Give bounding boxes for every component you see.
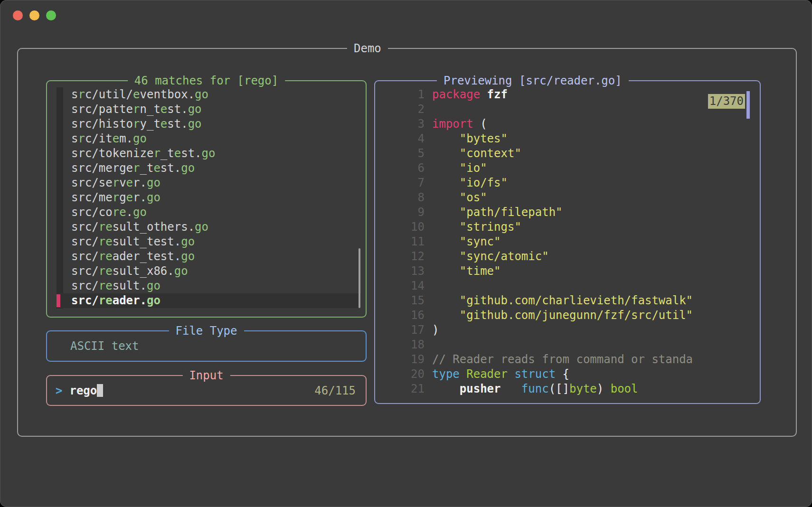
match-highlight: go — [202, 147, 216, 160]
file-name-text: _t — [161, 147, 174, 160]
line-number: 16 — [375, 308, 425, 323]
match-highlight: go — [133, 132, 147, 145]
line-number: 1 — [375, 87, 425, 102]
file-list-item[interactable]: src/merger.go — [57, 190, 361, 205]
code-line: 6 "io" — [375, 161, 760, 176]
file-name-text: st. — [161, 161, 181, 175]
match-highlight: re — [113, 206, 126, 219]
code-text: "io/fs" — [432, 176, 508, 190]
preview-code: 1package fzf23import (4 "bytes"5 "contex… — [375, 87, 760, 396]
file-name-text: sult_test. — [113, 235, 181, 248]
file-list-item[interactable]: src/result_others.go — [57, 220, 361, 235]
maximize-button[interactable] — [46, 10, 56, 20]
match-highlight: go — [195, 220, 208, 234]
file-name-text: ader. — [113, 294, 147, 307]
match-highlight: e — [161, 117, 167, 131]
file-name-text: . — [126, 206, 133, 219]
match-highlight: e — [126, 176, 133, 189]
file-name-text: src/histo — [71, 117, 133, 131]
match-highlight: go — [133, 206, 147, 219]
file-name-text: m. — [119, 132, 133, 145]
match-highlight: r — [113, 176, 119, 189]
code-line: 11 "sync" — [375, 235, 760, 249]
file-name-text: src/se — [71, 176, 113, 189]
line-number: 10 — [375, 220, 425, 235]
match-highlight: go — [174, 264, 188, 278]
line-number: 13 — [375, 264, 425, 279]
code-text: type Reader struct { — [432, 367, 569, 382]
list-scrollbar-thumb[interactable] — [359, 248, 360, 308]
code-text: import ( — [432, 117, 487, 131]
code-text: "os" — [432, 190, 487, 205]
file-list-item[interactable]: src/pattern_test.go — [57, 102, 361, 117]
file-list-item-selected[interactable]: src/reader.go — [57, 293, 361, 308]
file-list-item[interactable]: src/item.go — [57, 131, 361, 146]
match-highlight: e — [153, 161, 160, 175]
line-number: 8 — [375, 190, 425, 205]
file-list-item[interactable]: src/core.go — [57, 205, 361, 220]
file-name-text: sult_others. — [113, 220, 195, 234]
file-name-text: ader_test. — [113, 250, 181, 263]
file-list-item[interactable]: src/server.go — [57, 176, 361, 190]
file-name-text: src/ — [71, 220, 99, 234]
code-text: ) — [432, 323, 439, 338]
terminal-window: Demo 46 matches for [rego] src/util/even… — [0, 0, 812, 507]
file-name-text: n_t — [140, 103, 161, 116]
search-input[interactable]: > rego 46/115 — [47, 376, 366, 405]
code-text: package fzf — [432, 87, 508, 102]
code-line: 16 "github.com/junegunn/fzf/src/util" — [375, 308, 760, 323]
match-highlight: re — [99, 264, 113, 278]
match-highlight: go — [147, 176, 161, 189]
file-list-item[interactable]: src/history_test.go — [57, 117, 361, 131]
file-name-text: sult. — [113, 279, 147, 292]
close-button[interactable] — [13, 10, 23, 20]
preview-scrollbar-thumb[interactable] — [746, 91, 750, 119]
line-number: 2 — [375, 102, 425, 117]
file-name-text: src/ — [71, 264, 99, 278]
preview-panel: Previewing [src/reader.go] 1package fzf2… — [374, 80, 761, 404]
line-number: 18 — [375, 338, 425, 352]
match-highlight: r — [133, 117, 140, 131]
file-list-item[interactable]: src/result_x86.go — [57, 264, 361, 279]
code-text: "bytes" — [432, 131, 508, 146]
file-list-item[interactable]: src/result.go — [57, 279, 361, 293]
file-name-text: sult_x86. — [113, 264, 174, 278]
file-name-text: g — [119, 191, 126, 204]
file-type-panel: File Type ASCII text — [46, 330, 367, 362]
file-name-text: r. — [133, 191, 147, 204]
code-text: "strings" — [432, 220, 521, 235]
match-highlight: go — [188, 117, 202, 131]
match-highlight: e — [126, 191, 133, 204]
code-line: 15 "github.com/charlievieth/fastwalk" — [375, 293, 760, 308]
file-name-text: y_t — [140, 117, 161, 131]
minimize-button[interactable] — [29, 10, 39, 20]
file-name-text: src/patte — [71, 103, 133, 116]
match-highlight: r — [78, 88, 85, 101]
code-text: "sync/atomic" — [432, 249, 549, 264]
file-list-item[interactable]: src/tokenizer_test.go — [57, 146, 361, 161]
code-line: 17) — [375, 323, 760, 338]
code-line: 3import ( — [375, 117, 760, 131]
file-name-text: src/ — [71, 250, 99, 263]
text-cursor — [97, 384, 103, 397]
input-panel: Input > rego 46/115 — [46, 375, 367, 406]
line-number: 20 — [375, 367, 425, 382]
match-highlight: go — [147, 279, 161, 292]
file-list-item[interactable]: src/merger_test.go — [57, 161, 361, 176]
file-list-item[interactable]: src/util/eventbox.go — [57, 87, 361, 102]
code-line: 14 — [375, 279, 760, 293]
results-panel: 46 matches for [rego] src/util/eventbox.… — [46, 80, 367, 318]
demo-panel-title: Demo — [347, 41, 388, 56]
match-highlight: go — [188, 103, 202, 116]
demo-panel: Demo 46 matches for [rego] src/util/even… — [17, 48, 797, 437]
line-number: 15 — [375, 293, 425, 308]
code-line: 18 — [375, 338, 760, 352]
match-highlight: e — [133, 88, 140, 101]
match-highlight: re — [99, 279, 113, 292]
file-list-item[interactable]: src/result_test.go — [57, 235, 361, 249]
match-highlight: re — [99, 235, 113, 248]
file-name-text: s — [71, 132, 78, 145]
match-highlight: go — [147, 294, 161, 307]
file-list-item[interactable]: src/reader_test.go — [57, 249, 361, 264]
code-line: 10 "strings" — [375, 220, 760, 235]
